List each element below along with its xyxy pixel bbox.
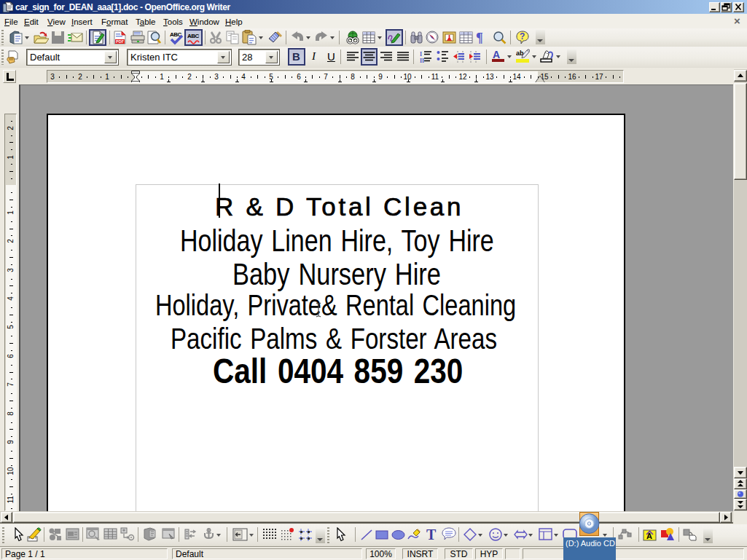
svg-text:ABC: ABC bbox=[187, 33, 200, 39]
svg-text:I: I bbox=[420, 51, 422, 58]
svg-text:¶: ¶ bbox=[476, 31, 483, 44]
svg-text:II: II bbox=[420, 58, 424, 63]
svg-text:T: T bbox=[426, 527, 437, 542]
svg-text:?: ? bbox=[520, 31, 525, 42]
svg-text:A: A bbox=[646, 532, 652, 540]
svg-text:PDF: PDF bbox=[116, 39, 125, 44]
